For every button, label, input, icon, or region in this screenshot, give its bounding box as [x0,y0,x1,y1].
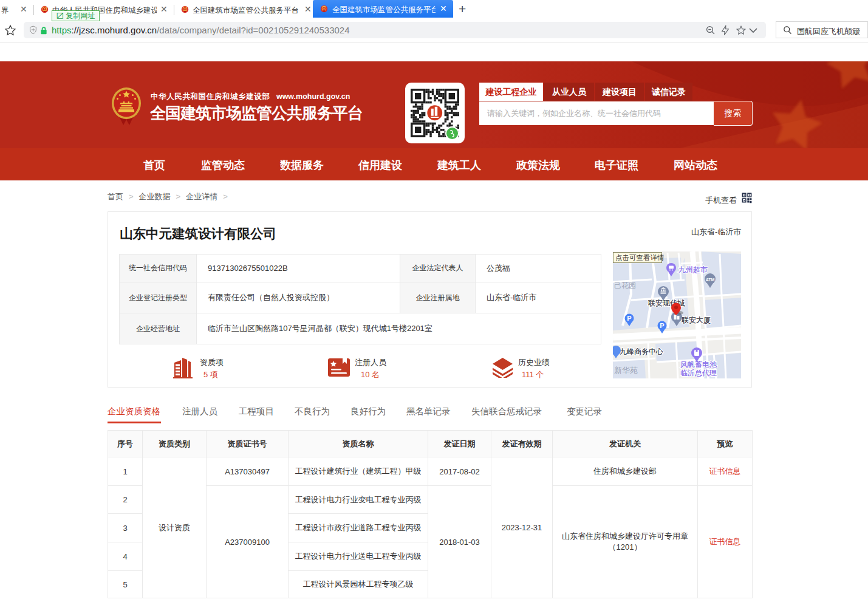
svg-text:P: P [660,322,664,329]
svg-text:点击可查看详情: 点击可查看详情 [615,254,665,261]
svg-text:临沂总代理: 临沂总代理 [680,369,717,377]
svg-text:P: P [627,315,631,322]
svg-text:ATM: ATM [706,278,715,282]
svg-text:九州超市: 九州超市 [678,265,708,274]
svg-text:新华苑: 新华苑 [614,366,638,375]
svg-text:风帆蓄电池: 风帆蓄电池 [680,360,717,369]
svg-text:九峰商务中心: 九峰商务中心 [620,347,663,356]
svg-text:联安大厦: 联安大厦 [681,316,711,324]
svg-text:己花园: 己花园 [614,281,636,290]
